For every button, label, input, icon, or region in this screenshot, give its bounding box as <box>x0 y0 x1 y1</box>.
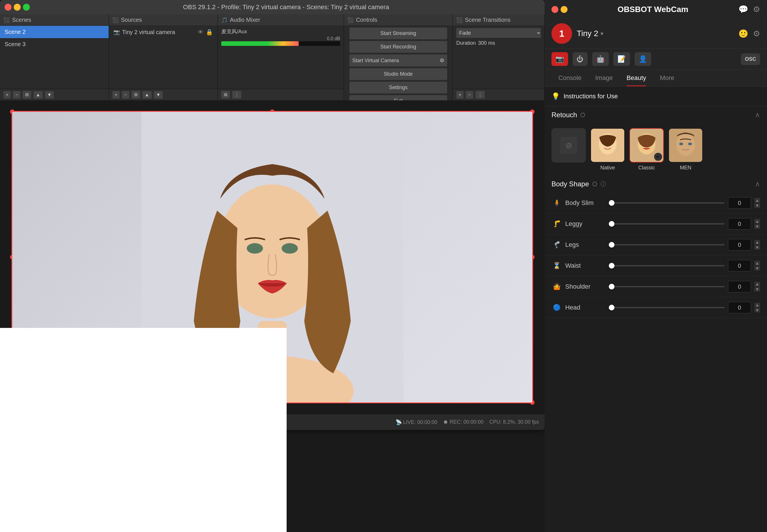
retouch-thumb-disabled[interactable]: ⊘ <box>551 128 586 163</box>
leggy-thumb[interactable] <box>609 221 615 227</box>
head-up-button[interactable]: ▲ <box>754 303 760 307</box>
retouch-section-header[interactable]: Retouch ∧ <box>545 106 767 124</box>
scene-item-3[interactable]: Scene 3 <box>0 38 109 50</box>
add-scene-button[interactable]: + <box>3 91 11 99</box>
legs-track[interactable] <box>609 244 725 245</box>
shoulder-thumb[interactable] <box>609 284 615 290</box>
start-streaming-button[interactable]: Start Streaming <box>349 28 447 39</box>
obsbot-minimize-button[interactable] <box>561 6 568 13</box>
transition-type-select[interactable]: Fade <box>456 28 541 38</box>
legs-up-button[interactable]: ▲ <box>754 240 760 245</box>
retouch-card-native[interactable]: Native <box>590 128 625 171</box>
studio-mode-button[interactable]: Studio Mode <box>349 68 447 80</box>
remove-scene-button[interactable]: − <box>13 91 20 99</box>
audio-meter <box>221 41 340 46</box>
tab-more[interactable]: More <box>653 70 681 86</box>
leggy-section: 🦵 Leggy 0 ▲ ▼ <box>545 214 767 234</box>
power-tool-button[interactable]: ⏻ <box>573 52 588 66</box>
move-up-scene-button[interactable]: ▲ <box>34 91 43 99</box>
leggy-down-button[interactable]: ▼ <box>754 224 760 229</box>
retouch-thumb-men[interactable] <box>668 128 703 163</box>
source-settings-button[interactable]: ⚙ <box>132 91 140 99</box>
head-track[interactable] <box>609 307 725 308</box>
audio-settings-button[interactable]: ⚙ <box>221 91 230 99</box>
head-down-button[interactable]: ▼ <box>754 308 760 312</box>
source-lock-icon[interactable]: 🔒 <box>206 29 213 36</box>
more-transitions-button[interactable]: ⋮ <box>476 91 485 99</box>
start-virtual-camera-button[interactable]: Start Virtual Camera ⚙ <box>349 54 447 67</box>
legs-thumb[interactable] <box>609 242 615 248</box>
tab-console[interactable]: Console <box>551 70 588 86</box>
remove-source-button[interactable]: − <box>122 91 129 99</box>
camera-dropdown-arrow[interactable]: ▾ <box>600 30 603 37</box>
add-source-button[interactable]: + <box>112 91 120 99</box>
retouch-section: Retouch ∧ ⊘ <box>545 106 767 175</box>
obsbot-close-button[interactable] <box>551 6 558 13</box>
scene-props-button[interactable]: ⚙ <box>23 91 31 99</box>
settings-button[interactable]: Settings <box>349 82 447 93</box>
body-slim-thumb[interactable] <box>609 200 615 206</box>
start-recording-button[interactable]: Start Recording <box>349 41 447 53</box>
obs-panels-row: ⬛ Scenes Scene 2 Scene 3 + − ⚙ ▲ ▼ <box>0 14 545 100</box>
obsbot-settings-icon[interactable]: ⚙ <box>753 5 760 14</box>
body-slim-track[interactable] <box>609 202 725 204</box>
source-visible-icon[interactable]: 👁 <box>198 29 204 36</box>
retouch-thumb-native[interactable] <box>590 128 625 163</box>
obsbot-smiley-icon[interactable]: 🙂 <box>738 29 748 38</box>
retouch-cards: ⊘ <box>545 124 767 175</box>
virtual-camera-settings-icon[interactable]: ⚙ <box>440 57 444 64</box>
legs-down-button[interactable]: ▼ <box>754 245 760 250</box>
shoulder-up-button[interactable]: ▲ <box>754 282 760 286</box>
obsbot-gear-icon[interactable]: ⚙ <box>753 29 760 38</box>
text-tool-button[interactable]: 📝 <box>613 52 630 66</box>
camera-tool-button[interactable]: 📷 <box>551 52 568 66</box>
source-item-camera[interactable]: 📷 Tiny 2 virtual camera 👁 🔒 <box>109 26 218 38</box>
audio-label: Audio Mixer <box>230 17 260 23</box>
move-down-scene-button[interactable]: ▼ <box>45 91 54 99</box>
retouch-card-disabled[interactable]: ⊘ <box>551 128 586 171</box>
shoulder-down-button[interactable]: ▼ <box>754 287 760 292</box>
waist-thumb[interactable] <box>609 263 615 269</box>
head-thumb[interactable] <box>609 305 615 310</box>
body-shape-section-header[interactable]: Body Shape ⓘ ∧ <box>545 175 767 193</box>
waist-down-button[interactable]: ▼ <box>754 266 760 271</box>
leggy-track[interactable] <box>609 223 725 224</box>
leggy-stepper: ▲ ▼ <box>754 219 760 229</box>
ai-tool-button[interactable]: 🤖 <box>592 52 609 66</box>
source-icon: ⬛ <box>112 17 119 23</box>
minimize-button[interactable] <box>14 4 21 11</box>
person-tool-button[interactable]: 👤 <box>635 52 651 66</box>
retouch-card-men[interactable]: MEN <box>668 128 703 171</box>
tab-image[interactable]: Image <box>588 70 620 86</box>
head-stepper: ▲ ▼ <box>754 303 760 312</box>
legs-section: 🦿 Legs 0 ▲ ▼ <box>545 234 767 255</box>
disable-icon: ⊘ <box>560 137 577 154</box>
obsbot-chat-icon[interactable]: 💬 <box>738 5 748 14</box>
osc-tool-button[interactable]: OSC <box>741 53 760 65</box>
move-up-source-button[interactable]: ▲ <box>142 91 152 99</box>
transitions-panel-header: ⬛ Scene Transitions <box>453 14 544 26</box>
shoulder-track[interactable] <box>609 286 725 287</box>
add-transition-button[interactable]: + <box>456 91 463 99</box>
retouch-collapse-icon[interactable]: ∧ <box>755 111 760 119</box>
waist-up-button[interactable]: ▲ <box>754 261 760 265</box>
retouch-card-classic[interactable]: ✏ Classic <box>629 128 664 171</box>
scene-item-2[interactable]: Scene 2 <box>0 26 109 38</box>
tab-beauty[interactable]: Beauty <box>620 70 653 86</box>
body-slim-up-button[interactable]: ▲ <box>754 198 760 203</box>
body-slim-down-button[interactable]: ▼ <box>754 203 760 208</box>
live-icon: 📡 <box>396 419 402 425</box>
close-button[interactable] <box>5 4 11 11</box>
move-down-source-button[interactable]: ▼ <box>154 91 163 99</box>
obsbot-content-scroll[interactable]: 💡 Instructions for Use Retouch ∧ ⊘ <box>545 87 767 532</box>
body-shape-collapse-icon[interactable]: ∧ <box>755 180 760 188</box>
exit-button[interactable]: Exit <box>349 95 447 100</box>
audio-more-button[interactable]: ⋮ <box>232 91 241 99</box>
maximize-button[interactable] <box>23 4 30 11</box>
classic-edit-badge[interactable]: ✏ <box>654 153 662 161</box>
remove-transition-button[interactable]: − <box>466 91 473 99</box>
leggy-up-button[interactable]: ▲ <box>754 219 760 224</box>
retouch-thumb-classic[interactable]: ✏ <box>629 128 664 163</box>
waist-track[interactable] <box>609 265 725 266</box>
body-shape-info-icon[interactable]: ⓘ <box>600 180 606 188</box>
